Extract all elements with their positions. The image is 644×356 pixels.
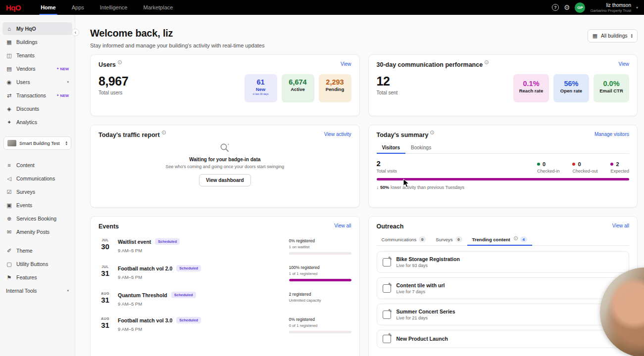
top-navigation: Home Apps Intelligence Marketplace	[33, 0, 181, 15]
trending-content-list: ✎ Bike Storage Registration Live for 93 …	[377, 251, 630, 348]
building-icon: ▦	[593, 33, 597, 39]
discounts-icon: ◈	[6, 106, 12, 112]
events-view-all-link[interactable]: View all	[334, 223, 351, 228]
sidebar-item-events[interactable]: ▣ Events	[2, 199, 72, 212]
sidebar-item-label: Services Booking	[16, 216, 56, 222]
sidebar-item-transactions[interactable]: ⇄ Transactions ✦NEW	[2, 89, 72, 102]
sidebar-divider	[0, 239, 75, 244]
sidebar-item-communications[interactable]: ◁ Communications	[2, 172, 72, 185]
page-title: Welcome back, liz	[90, 28, 264, 39]
list-item[interactable]: ✎ Content tile with url Live for 7 days	[377, 277, 630, 299]
event-row[interactable]: JUL 31 Football match vol 2.0 Scheduled …	[99, 260, 351, 286]
sparkle-icon: ✦	[56, 93, 59, 97]
sidebar-item-label: Communications	[16, 176, 55, 181]
building-selector[interactable]: Smart Building Test ▴▾	[3, 136, 71, 150]
nav-apps[interactable]: Apps	[64, 0, 92, 15]
summary-footnote: ↓ 50% lower activity than previous Tuesd…	[377, 185, 630, 190]
sidebar-item-vendors[interactable]: ▤ Vendors ✦NEW	[2, 62, 72, 75]
nav-marketplace[interactable]: Marketplace	[135, 0, 181, 15]
manage-visitors-link[interactable]: Manage visitors	[594, 132, 629, 137]
users-view-link[interactable]: View	[341, 61, 351, 67]
sidebar-item-theme[interactable]: ✐ Theme	[2, 244, 72, 257]
info-icon[interactable]	[162, 131, 166, 134]
view-activity-link[interactable]: View activity	[324, 132, 351, 137]
total-sent-value: 12	[377, 74, 398, 89]
count-badge: 0	[419, 236, 426, 242]
sidebar-item-buildings[interactable]: ▦ Buildings	[2, 36, 72, 48]
sidebar-collapse-button[interactable]: ‹	[72, 29, 79, 36]
stat-email-ctr: 0.0% Email CTR	[594, 74, 629, 102]
sidebar-item-content[interactable]: ≡ Content	[2, 159, 72, 172]
event-date: AUG 31	[99, 317, 112, 329]
event-time: 9 AM–5 PM	[118, 326, 283, 332]
comm-view-link[interactable]: View	[619, 61, 630, 67]
stat-new-users: 61 New in last 30 days	[245, 74, 277, 102]
visits-legend: 0 Checked-in 0 Checked-out 2 Expected	[537, 161, 629, 174]
status-badge: Scheduled	[176, 265, 201, 271]
user-name: liz thomson	[590, 2, 631, 8]
sidebar-item-label: Theme	[16, 248, 33, 254]
sidebar-item-internal-tools[interactable]: Internal Tools ▾	[2, 284, 72, 297]
info-icon[interactable]	[485, 60, 489, 64]
tab-trending-content[interactable]: Trending content 4	[467, 233, 532, 245]
event-row[interactable]: JUL 30 Waitlist event Scheduled 9 AM–5 P…	[99, 233, 351, 260]
users-icon: ◉	[6, 79, 12, 86]
welcome-block: Welcome back, liz Stay informed and mana…	[90, 28, 264, 48]
events-card-title: Events	[99, 223, 119, 230]
sidebar-item-label: Amenity Posts	[16, 229, 50, 235]
tab-visitors[interactable]: Visitors	[377, 141, 406, 153]
content-status: Live for 93 days	[396, 263, 460, 268]
sidebar-item-services-booking[interactable]: ⊕ Services Booking	[2, 212, 72, 225]
list-item[interactable]: ✎ Summer Concert Series Live for 21 days	[377, 304, 630, 325]
sidebar-item-users[interactable]: ◉ Users ▾	[2, 76, 72, 89]
sidebar-item-amenity-posts[interactable]: ✉ Amenity Posts	[2, 225, 72, 238]
visits-progress-bar	[377, 178, 630, 180]
event-details: Waitlist event Scheduled 9 AM–5 PM	[118, 238, 283, 253]
event-row[interactable]: AUG 31 Quantum Threshold Scheduled 9 AM–…	[99, 286, 351, 312]
topbar-right: ? ⚙ GP liz thomson Garbarino Property Tr…	[552, 0, 638, 15]
info-icon[interactable]	[430, 131, 434, 134]
sidebar-item-label: Events	[16, 202, 32, 208]
help-icon[interactable]: ?	[552, 4, 559, 11]
chevron-down-icon[interactable]: ▾	[636, 5, 638, 10]
list-item[interactable]: ✎ Bike Storage Registration Live for 93 …	[377, 251, 630, 273]
sidebar-item-features[interactable]: ⚑ Features	[2, 271, 72, 284]
total-sent-block: 12 Total sent	[377, 74, 398, 102]
view-dashboard-button[interactable]: View dashboard	[199, 174, 251, 186]
user-menu[interactable]: liz thomson Garbarino Property Trust	[590, 2, 631, 13]
tab-surveys[interactable]: Surveys 0	[431, 233, 467, 245]
users-stat-boxes: 61 New in last 30 days 6,674 Active 2,29…	[245, 74, 351, 102]
nav-home[interactable]: Home	[33, 0, 64, 15]
sidebar-item-my-hqo[interactable]: ⌂ My HqO	[2, 22, 72, 35]
registration-progress-bar	[289, 279, 351, 281]
sidebar-item-analytics[interactable]: ✦ Analytics	[2, 116, 72, 129]
comm-card-body: 12 Total sent 0.1% Reach rate 56% Open r…	[377, 74, 630, 102]
mouse-cursor	[403, 178, 410, 188]
all-buildings-label: All buildings	[601, 33, 627, 39]
sidebar-item-tenants[interactable]: ◫ Tenants	[2, 49, 72, 62]
tab-bookings[interactable]: Bookings	[405, 141, 437, 153]
info-icon[interactable]	[118, 60, 122, 64]
hqo-logo[interactable]: HqO	[6, 3, 21, 12]
communications-icon: ◁	[6, 176, 12, 182]
new-badge: ✦NEW	[56, 67, 69, 71]
gear-icon[interactable]: ⚙	[564, 4, 570, 11]
tab-communications[interactable]: Communications 0	[377, 233, 431, 245]
legend-checked-out: 0 Checked-out	[572, 161, 597, 174]
status-badge: Scheduled	[171, 292, 196, 298]
outreach-tabs: Communications 0 Surveys 0 Trending cont…	[377, 233, 630, 246]
all-buildings-filter[interactable]: ▦ All buildings ▴▾	[588, 29, 638, 43]
avatar[interactable]: GP	[575, 2, 585, 13]
sidebar-item-surveys[interactable]: ☑ Surveys	[2, 185, 72, 198]
list-item[interactable]: ✎ New Product Launch	[377, 330, 630, 348]
users-card-title: Users	[99, 61, 122, 68]
sidebar-item-utility-buttons[interactable]: ▢ Utility Buttons	[2, 258, 72, 270]
topbar: HqO Home Apps Intelligence Marketplace ?…	[0, 0, 644, 15]
event-row[interactable]: AUG 31 Football match vol 3.0 Scheduled …	[99, 312, 351, 338]
sidebar-item-discounts[interactable]: ◈ Discounts	[2, 102, 72, 115]
chevron-down-icon: ▾	[67, 80, 69, 84]
services-booking-icon: ⊕	[6, 216, 12, 222]
nav-intelligence[interactable]: Intelligence	[92, 0, 136, 15]
outreach-view-all-link[interactable]: View all	[612, 223, 629, 228]
total-users-value: 8,967	[99, 74, 128, 89]
